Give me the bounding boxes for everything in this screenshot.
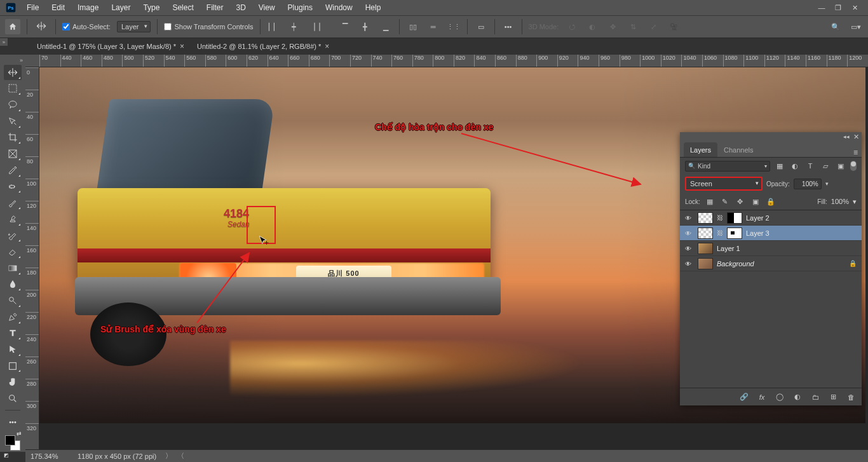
new-layer-icon[interactable]: ⊞ [827, 391, 839, 403]
menu-edit[interactable]: Edit [45, 1, 71, 15]
window-minimize-button[interactable]: — [813, 1, 830, 14]
collapse-tools-icon[interactable]: » [20, 57, 25, 64]
tool-preset-icon[interactable] [34, 21, 49, 32]
brush-tool[interactable] [4, 195, 22, 210]
quick-selection-tool[interactable] [4, 114, 22, 129]
layer-visibility-toggle[interactable] [685, 214, 694, 222]
menu-filter[interactable]: Filter [200, 1, 230, 15]
edit-toolbar-icon[interactable]: ••• [4, 414, 22, 430]
type-tool[interactable] [4, 326, 22, 341]
align-top-edges-icon[interactable]: ▔ [338, 20, 352, 34]
blur-tool[interactable] [4, 277, 22, 292]
lock-image-icon[interactable]: ✎ [719, 196, 731, 207]
layer-visibility-toggle[interactable] [685, 229, 694, 237]
layer-kind-filter-select[interactable]: Kind [685, 161, 770, 172]
gradient-tool[interactable] [4, 261, 22, 276]
filter-adjustment-icon[interactable]: ◐ [789, 160, 801, 172]
layer-visibility-toggle[interactable] [685, 245, 694, 252]
lock-position-icon[interactable]: ✥ [735, 196, 746, 207]
menu-plugins[interactable]: Plugins [281, 1, 319, 15]
lock-all-icon[interactable]: 🔒 [765, 196, 776, 207]
history-brush-tool[interactable] [4, 228, 22, 243]
align-horizontal-centers-icon[interactable]: ┿ [287, 20, 301, 34]
crop-tool[interactable] [4, 130, 22, 146]
swap-colors-icon[interactable]: ⇄ [17, 430, 22, 437]
layer-name[interactable]: Layer 2 [746, 214, 770, 222]
status-next-icon[interactable]: 〉 [165, 451, 172, 461]
align-right-edges-icon[interactable]: ▕▕ [308, 20, 322, 34]
document-tab-active[interactable]: Untitled-1 @ 175% (Layer 3, Layer Mask/8… [31, 38, 191, 55]
menu-image[interactable]: Image [71, 1, 105, 15]
filter-type-icon[interactable]: T [804, 160, 816, 172]
layer-mask-thumbnail[interactable] [727, 212, 742, 224]
adjustment-layer-icon[interactable]: ◐ [792, 391, 803, 403]
close-tab-icon[interactable]: × [180, 42, 184, 51]
window-close-button[interactable]: ✕ [846, 1, 863, 14]
fill-input[interactable]: 100% [831, 198, 849, 205]
layer-item[interactable]: ⛓Layer 3 [680, 226, 862, 241]
menu-type[interactable]: Type [137, 1, 166, 15]
menu-window[interactable]: Window [319, 1, 359, 15]
horizontal-ruler[interactable]: 7044046048050052054056058060062064066068… [25, 55, 868, 67]
zoom-level[interactable]: 175.34% [31, 452, 69, 460]
panel-menu-icon[interactable]: ≡ [853, 148, 858, 157]
lock-transparency-icon[interactable]: ▦ [704, 196, 715, 207]
layer-name[interactable]: Layer 3 [746, 229, 770, 237]
color-swatches[interactable]: ⇄ ◩ [4, 434, 22, 452]
layer-item[interactable]: ⛓Layer 2 [680, 210, 862, 226]
default-colors-icon[interactable]: ◩ [4, 452, 9, 458]
add-mask-icon[interactable]: ◯ [774, 391, 785, 403]
layers-tab[interactable]: Layers [684, 142, 717, 157]
clone-stamp-tool[interactable] [4, 212, 22, 227]
expand-panels-handle[interactable]: » [0, 38, 8, 46]
more-options-icon[interactable]: ••• [501, 20, 515, 34]
show-transform-checkbox[interactable]: Show Transform Controls [164, 23, 253, 31]
layer-mask-thumbnail[interactable] [727, 228, 742, 239]
align-to-icon[interactable]: ▭ [474, 20, 488, 34]
layer-mask-link-icon[interactable]: ⛓ [717, 229, 723, 236]
collapse-panel-icon[interactable]: ◂◂ [843, 133, 850, 140]
distribute-horizontal-icon[interactable]: ▯▯ [406, 20, 420, 34]
menu-help[interactable]: Help [359, 1, 388, 15]
eyedropper-tool[interactable] [4, 163, 22, 178]
align-left-edges-icon[interactable]: ▏▏ [267, 20, 281, 34]
document-tab[interactable]: Untitled-2 @ 81.1% (Layer 2, RGB/8#) * × [191, 38, 336, 55]
layer-name[interactable]: Layer 1 [717, 245, 740, 252]
menu-3d[interactable]: 3D [229, 1, 252, 15]
align-bottom-edges-icon[interactable]: ▁ [379, 20, 393, 34]
layer-lock-icon[interactable]: 🔒 [849, 260, 857, 267]
align-vertical-centers-icon[interactable]: ╋ [358, 20, 372, 34]
hand-tool[interactable] [4, 374, 22, 390]
status-prev-icon[interactable]: 〈 [177, 451, 184, 461]
distribute-spacing-icon[interactable]: ⋮⋮ [447, 20, 461, 34]
vertical-ruler[interactable]: 0204060801001201401601802002202402602803… [25, 67, 39, 449]
path-selection-tool[interactable] [4, 342, 22, 357]
window-restore-button[interactable]: ❐ [830, 1, 846, 14]
blend-mode-select[interactable]: Screen [685, 177, 763, 191]
layer-style-icon[interactable]: fx [756, 391, 768, 403]
delete-layer-icon[interactable]: 🗑 [845, 391, 857, 403]
shape-tool[interactable] [4, 358, 22, 374]
filter-toggle[interactable] [850, 161, 857, 171]
layer-thumbnail[interactable] [698, 228, 713, 239]
workspace-switcher-icon[interactable]: ▭▾ [849, 20, 863, 34]
lock-artboard-icon[interactable]: ▣ [750, 196, 761, 207]
healing-brush-tool[interactable] [4, 179, 22, 194]
close-tab-icon[interactable]: × [325, 42, 329, 51]
layer-thumbnail[interactable] [698, 243, 713, 254]
opacity-input[interactable]: 100% [794, 179, 822, 189]
pen-tool[interactable] [4, 309, 22, 325]
auto-select-target-select[interactable]: Layer [117, 21, 151, 32]
search-icon[interactable]: 🔍 [829, 20, 843, 34]
filter-smart-icon[interactable]: ▣ [835, 160, 846, 172]
home-button[interactable] [5, 19, 20, 34]
zoom-tool[interactable] [4, 391, 22, 406]
layer-item[interactable]: Background🔒 [680, 256, 862, 271]
distribute-vertical-icon[interactable]: ═ [426, 20, 440, 34]
layer-thumbnail[interactable] [698, 258, 713, 269]
move-tool[interactable] [4, 65, 22, 80]
lasso-tool[interactable] [4, 97, 22, 112]
document-info[interactable]: 1180 px x 450 px (72 ppi) [78, 452, 156, 460]
layer-visibility-toggle[interactable] [685, 260, 694, 268]
foreground-color-swatch[interactable] [5, 435, 15, 445]
